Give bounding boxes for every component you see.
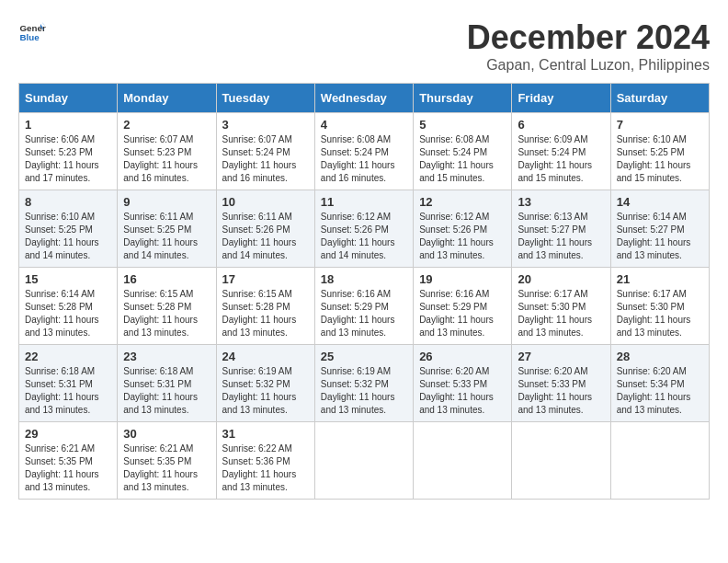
day-info: Sunrise: 6:06 AMSunset: 5:23 PMDaylight:… — [25, 133, 111, 185]
day-number: 28 — [617, 350, 703, 363]
day-number: 29 — [25, 427, 111, 441]
day-cell: 17Sunrise: 6:15 AMSunset: 5:28 PMDayligh… — [216, 268, 314, 345]
week-row-2: 8Sunrise: 6:10 AMSunset: 5:25 PMDaylight… — [19, 190, 710, 268]
day-info: Sunrise: 6:20 AMSunset: 5:34 PMDaylight:… — [617, 365, 703, 417]
logo-icon: General Blue — [18, 18, 46, 46]
day-cell: 10Sunrise: 6:11 AMSunset: 5:26 PMDayligh… — [216, 190, 314, 268]
day-cell: 5Sunrise: 6:08 AMSunset: 5:24 PMDaylight… — [414, 113, 512, 190]
day-info: Sunrise: 6:08 AMSunset: 5:24 PMDaylight:… — [419, 133, 506, 185]
day-info: Sunrise: 6:14 AMSunset: 5:28 PMDaylight:… — [25, 288, 111, 339]
day-cell: 27Sunrise: 6:20 AMSunset: 5:33 PMDayligh… — [512, 345, 610, 422]
day-info: Sunrise: 6:11 AMSunset: 5:26 PMDaylight:… — [222, 211, 309, 262]
day-number: 2 — [123, 118, 210, 132]
day-cell — [314, 422, 413, 500]
day-cell: 21Sunrise: 6:17 AMSunset: 5:30 PMDayligh… — [610, 268, 709, 345]
day-number: 18 — [321, 272, 407, 286]
day-number: 5 — [419, 118, 506, 132]
day-cell: 18Sunrise: 6:16 AMSunset: 5:29 PMDayligh… — [314, 268, 413, 345]
day-info: Sunrise: 6:12 AMSunset: 5:26 PMDaylight:… — [321, 211, 407, 262]
day-cell: 22Sunrise: 6:18 AMSunset: 5:31 PMDayligh… — [19, 345, 118, 422]
day-cell: 29Sunrise: 6:21 AMSunset: 5:35 PMDayligh… — [19, 422, 118, 500]
day-cell: 9Sunrise: 6:11 AMSunset: 5:25 PMDaylight… — [118, 190, 216, 268]
month-title: December 2024 — [467, 18, 710, 57]
day-info: Sunrise: 6:21 AMSunset: 5:35 PMDaylight:… — [25, 442, 111, 494]
day-cell: 14Sunrise: 6:14 AMSunset: 5:27 PMDayligh… — [610, 190, 709, 268]
header-cell-saturday: Saturday — [610, 84, 709, 113]
week-row-1: 1Sunrise: 6:06 AMSunset: 5:23 PMDaylight… — [19, 113, 710, 190]
header-cell-thursday: Thursday — [414, 84, 512, 113]
day-info: Sunrise: 6:10 AMSunset: 5:25 PMDaylight:… — [617, 133, 703, 185]
day-number: 23 — [123, 350, 210, 363]
day-number: 1 — [25, 118, 111, 132]
day-info: Sunrise: 6:13 AMSunset: 5:27 PMDaylight:… — [518, 211, 604, 262]
day-info: Sunrise: 6:20 AMSunset: 5:33 PMDaylight:… — [518, 365, 604, 417]
day-info: Sunrise: 6:11 AMSunset: 5:25 PMDaylight:… — [123, 211, 210, 262]
day-info: Sunrise: 6:22 AMSunset: 5:36 PMDaylight:… — [222, 442, 309, 494]
day-cell: 30Sunrise: 6:21 AMSunset: 5:35 PMDayligh… — [118, 422, 216, 500]
title-area: December 2024 Gapan, Central Luzon, Phil… — [467, 18, 710, 74]
day-number: 6 — [518, 118, 604, 132]
day-cell — [610, 422, 709, 500]
day-number: 3 — [222, 118, 309, 132]
logo: General Blue — [18, 18, 46, 46]
day-cell: 8Sunrise: 6:10 AMSunset: 5:25 PMDaylight… — [19, 190, 118, 268]
day-info: Sunrise: 6:15 AMSunset: 5:28 PMDaylight:… — [222, 288, 309, 339]
day-cell: 20Sunrise: 6:17 AMSunset: 5:30 PMDayligh… — [512, 268, 610, 345]
day-info: Sunrise: 6:08 AMSunset: 5:24 PMDaylight:… — [321, 133, 407, 185]
day-cell: 26Sunrise: 6:20 AMSunset: 5:33 PMDayligh… — [414, 345, 512, 422]
location-title: Gapan, Central Luzon, Philippines — [467, 57, 710, 74]
day-number: 24 — [222, 350, 309, 363]
day-number: 22 — [25, 350, 111, 363]
day-number: 15 — [25, 272, 111, 286]
day-number: 14 — [617, 195, 703, 209]
day-number: 4 — [321, 118, 407, 132]
day-number: 7 — [617, 118, 703, 132]
day-info: Sunrise: 6:15 AMSunset: 5:28 PMDaylight:… — [123, 288, 210, 339]
day-number: 21 — [617, 272, 703, 286]
day-cell: 6Sunrise: 6:09 AMSunset: 5:24 PMDaylight… — [512, 113, 610, 190]
day-info: Sunrise: 6:18 AMSunset: 5:31 PMDaylight:… — [123, 365, 210, 417]
calendar-table: SundayMondayTuesdayWednesdayThursdayFrid… — [18, 83, 710, 500]
header: General Blue December 2024 Gapan, Centra… — [18, 18, 710, 74]
day-cell: 24Sunrise: 6:19 AMSunset: 5:32 PMDayligh… — [216, 345, 314, 422]
header-cell-wednesday: Wednesday — [314, 84, 413, 113]
day-info: Sunrise: 6:19 AMSunset: 5:32 PMDaylight:… — [222, 365, 309, 417]
day-info: Sunrise: 6:16 AMSunset: 5:29 PMDaylight:… — [321, 288, 407, 339]
day-number: 8 — [25, 195, 111, 209]
week-row-4: 22Sunrise: 6:18 AMSunset: 5:31 PMDayligh… — [19, 345, 710, 422]
day-cell: 13Sunrise: 6:13 AMSunset: 5:27 PMDayligh… — [512, 190, 610, 268]
header-cell-friday: Friday — [512, 84, 610, 113]
day-cell: 23Sunrise: 6:18 AMSunset: 5:31 PMDayligh… — [118, 345, 216, 422]
day-cell: 2Sunrise: 6:07 AMSunset: 5:23 PMDaylight… — [118, 113, 216, 190]
day-number: 26 — [419, 350, 506, 363]
day-info: Sunrise: 6:17 AMSunset: 5:30 PMDaylight:… — [518, 288, 604, 339]
day-cell: 4Sunrise: 6:08 AMSunset: 5:24 PMDaylight… — [314, 113, 413, 190]
day-info: Sunrise: 6:18 AMSunset: 5:31 PMDaylight:… — [25, 365, 111, 417]
day-cell: 7Sunrise: 6:10 AMSunset: 5:25 PMDaylight… — [610, 113, 709, 190]
day-cell — [414, 422, 512, 500]
day-cell: 16Sunrise: 6:15 AMSunset: 5:28 PMDayligh… — [118, 268, 216, 345]
header-cell-tuesday: Tuesday — [216, 84, 314, 113]
day-cell: 28Sunrise: 6:20 AMSunset: 5:34 PMDayligh… — [610, 345, 709, 422]
day-cell: 19Sunrise: 6:16 AMSunset: 5:29 PMDayligh… — [414, 268, 512, 345]
day-number: 27 — [518, 350, 604, 363]
day-info: Sunrise: 6:07 AMSunset: 5:24 PMDaylight:… — [222, 133, 309, 185]
day-cell: 15Sunrise: 6:14 AMSunset: 5:28 PMDayligh… — [19, 268, 118, 345]
day-cell — [512, 422, 610, 500]
day-cell: 31Sunrise: 6:22 AMSunset: 5:36 PMDayligh… — [216, 422, 314, 500]
day-number: 9 — [123, 195, 210, 209]
day-info: Sunrise: 6:19 AMSunset: 5:32 PMDaylight:… — [321, 365, 407, 417]
day-number: 17 — [222, 272, 309, 286]
day-info: Sunrise: 6:16 AMSunset: 5:29 PMDaylight:… — [419, 288, 506, 339]
day-cell: 1Sunrise: 6:06 AMSunset: 5:23 PMDaylight… — [19, 113, 118, 190]
day-info: Sunrise: 6:09 AMSunset: 5:24 PMDaylight:… — [518, 133, 604, 185]
svg-text:Blue: Blue — [20, 32, 40, 42]
day-number: 13 — [518, 195, 604, 209]
day-number: 20 — [518, 272, 604, 286]
day-info: Sunrise: 6:10 AMSunset: 5:25 PMDaylight:… — [25, 211, 111, 262]
day-cell: 25Sunrise: 6:19 AMSunset: 5:32 PMDayligh… — [314, 345, 413, 422]
day-cell: 3Sunrise: 6:07 AMSunset: 5:24 PMDaylight… — [216, 113, 314, 190]
day-number: 31 — [222, 427, 309, 441]
day-info: Sunrise: 6:12 AMSunset: 5:26 PMDaylight:… — [419, 211, 506, 262]
day-cell: 11Sunrise: 6:12 AMSunset: 5:26 PMDayligh… — [314, 190, 413, 268]
